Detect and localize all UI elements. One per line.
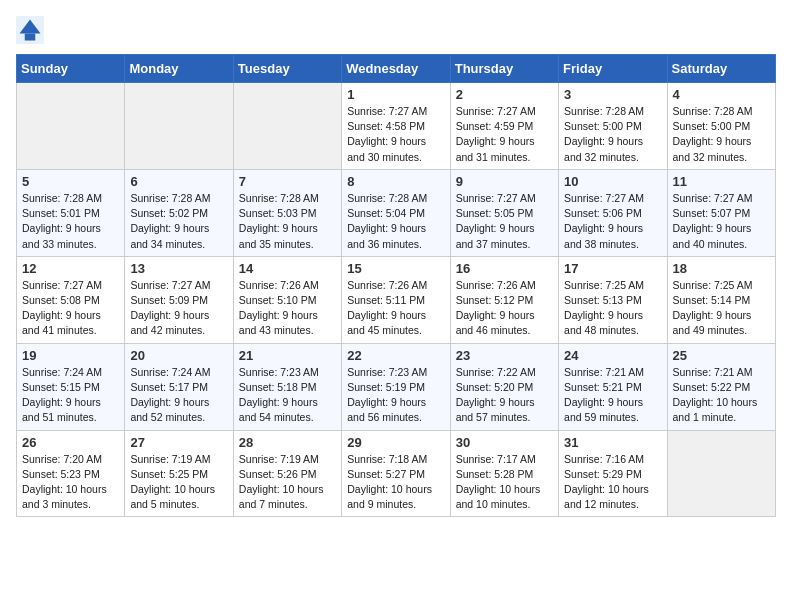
day-info: Sunrise: 7:21 AM Sunset: 5:21 PM Dayligh… xyxy=(564,365,661,426)
day-number: 20 xyxy=(130,348,227,363)
day-info: Sunrise: 7:19 AM Sunset: 5:25 PM Dayligh… xyxy=(130,452,227,513)
calendar-cell: 4Sunrise: 7:28 AM Sunset: 5:00 PM Daylig… xyxy=(667,83,775,170)
calendar-table: SundayMondayTuesdayWednesdayThursdayFrid… xyxy=(16,54,776,517)
day-number: 18 xyxy=(673,261,770,276)
day-info: Sunrise: 7:20 AM Sunset: 5:23 PM Dayligh… xyxy=(22,452,119,513)
calendar-cell: 3Sunrise: 7:28 AM Sunset: 5:00 PM Daylig… xyxy=(559,83,667,170)
calendar-cell: 8Sunrise: 7:28 AM Sunset: 5:04 PM Daylig… xyxy=(342,169,450,256)
calendar-cell: 21Sunrise: 7:23 AM Sunset: 5:18 PM Dayli… xyxy=(233,343,341,430)
calendar-cell: 25Sunrise: 7:21 AM Sunset: 5:22 PM Dayli… xyxy=(667,343,775,430)
calendar-cell: 15Sunrise: 7:26 AM Sunset: 5:11 PM Dayli… xyxy=(342,256,450,343)
calendar-cell: 19Sunrise: 7:24 AM Sunset: 5:15 PM Dayli… xyxy=(17,343,125,430)
calendar-cell: 30Sunrise: 7:17 AM Sunset: 5:28 PM Dayli… xyxy=(450,430,558,517)
calendar-cell: 1Sunrise: 7:27 AM Sunset: 4:58 PM Daylig… xyxy=(342,83,450,170)
day-info: Sunrise: 7:26 AM Sunset: 5:10 PM Dayligh… xyxy=(239,278,336,339)
calendar-cell: 26Sunrise: 7:20 AM Sunset: 5:23 PM Dayli… xyxy=(17,430,125,517)
day-info: Sunrise: 7:27 AM Sunset: 5:08 PM Dayligh… xyxy=(22,278,119,339)
day-number: 31 xyxy=(564,435,661,450)
calendar-cell: 17Sunrise: 7:25 AM Sunset: 5:13 PM Dayli… xyxy=(559,256,667,343)
day-info: Sunrise: 7:27 AM Sunset: 5:07 PM Dayligh… xyxy=(673,191,770,252)
calendar-cell: 28Sunrise: 7:19 AM Sunset: 5:26 PM Dayli… xyxy=(233,430,341,517)
day-number: 26 xyxy=(22,435,119,450)
day-info: Sunrise: 7:19 AM Sunset: 5:26 PM Dayligh… xyxy=(239,452,336,513)
day-number: 8 xyxy=(347,174,444,189)
day-number: 12 xyxy=(22,261,119,276)
day-number: 23 xyxy=(456,348,553,363)
page-header xyxy=(16,16,776,44)
day-info: Sunrise: 7:24 AM Sunset: 5:15 PM Dayligh… xyxy=(22,365,119,426)
weekday-header-saturday: Saturday xyxy=(667,55,775,83)
day-number: 28 xyxy=(239,435,336,450)
day-number: 22 xyxy=(347,348,444,363)
day-info: Sunrise: 7:28 AM Sunset: 5:00 PM Dayligh… xyxy=(673,104,770,165)
calendar-cell: 20Sunrise: 7:24 AM Sunset: 5:17 PM Dayli… xyxy=(125,343,233,430)
weekday-header-thursday: Thursday xyxy=(450,55,558,83)
day-info: Sunrise: 7:16 AM Sunset: 5:29 PM Dayligh… xyxy=(564,452,661,513)
day-number: 30 xyxy=(456,435,553,450)
calendar-cell: 7Sunrise: 7:28 AM Sunset: 5:03 PM Daylig… xyxy=(233,169,341,256)
calendar-cell xyxy=(17,83,125,170)
day-number: 25 xyxy=(673,348,770,363)
weekday-header-friday: Friday xyxy=(559,55,667,83)
day-info: Sunrise: 7:21 AM Sunset: 5:22 PM Dayligh… xyxy=(673,365,770,426)
day-info: Sunrise: 7:27 AM Sunset: 5:05 PM Dayligh… xyxy=(456,191,553,252)
calendar-cell: 9Sunrise: 7:27 AM Sunset: 5:05 PM Daylig… xyxy=(450,169,558,256)
weekday-header-sunday: Sunday xyxy=(17,55,125,83)
day-number: 19 xyxy=(22,348,119,363)
weekday-header-tuesday: Tuesday xyxy=(233,55,341,83)
calendar-week-row: 26Sunrise: 7:20 AM Sunset: 5:23 PM Dayli… xyxy=(17,430,776,517)
day-info: Sunrise: 7:23 AM Sunset: 5:18 PM Dayligh… xyxy=(239,365,336,426)
day-info: Sunrise: 7:26 AM Sunset: 5:12 PM Dayligh… xyxy=(456,278,553,339)
day-info: Sunrise: 7:27 AM Sunset: 5:06 PM Dayligh… xyxy=(564,191,661,252)
calendar-cell: 24Sunrise: 7:21 AM Sunset: 5:21 PM Dayli… xyxy=(559,343,667,430)
day-number: 29 xyxy=(347,435,444,450)
day-number: 15 xyxy=(347,261,444,276)
day-number: 14 xyxy=(239,261,336,276)
day-info: Sunrise: 7:27 AM Sunset: 5:09 PM Dayligh… xyxy=(130,278,227,339)
calendar-cell: 6Sunrise: 7:28 AM Sunset: 5:02 PM Daylig… xyxy=(125,169,233,256)
day-info: Sunrise: 7:28 AM Sunset: 5:02 PM Dayligh… xyxy=(130,191,227,252)
calendar-week-row: 12Sunrise: 7:27 AM Sunset: 5:08 PM Dayli… xyxy=(17,256,776,343)
calendar-cell: 12Sunrise: 7:27 AM Sunset: 5:08 PM Dayli… xyxy=(17,256,125,343)
day-number: 27 xyxy=(130,435,227,450)
day-number: 2 xyxy=(456,87,553,102)
day-info: Sunrise: 7:17 AM Sunset: 5:28 PM Dayligh… xyxy=(456,452,553,513)
day-info: Sunrise: 7:24 AM Sunset: 5:17 PM Dayligh… xyxy=(130,365,227,426)
calendar-cell: 16Sunrise: 7:26 AM Sunset: 5:12 PM Dayli… xyxy=(450,256,558,343)
day-info: Sunrise: 7:27 AM Sunset: 4:59 PM Dayligh… xyxy=(456,104,553,165)
day-info: Sunrise: 7:27 AM Sunset: 4:58 PM Dayligh… xyxy=(347,104,444,165)
calendar-cell: 14Sunrise: 7:26 AM Sunset: 5:10 PM Dayli… xyxy=(233,256,341,343)
calendar-cell: 10Sunrise: 7:27 AM Sunset: 5:06 PM Dayli… xyxy=(559,169,667,256)
day-info: Sunrise: 7:25 AM Sunset: 5:14 PM Dayligh… xyxy=(673,278,770,339)
logo-icon xyxy=(16,16,44,44)
day-number: 16 xyxy=(456,261,553,276)
calendar-week-row: 1Sunrise: 7:27 AM Sunset: 4:58 PM Daylig… xyxy=(17,83,776,170)
day-number: 9 xyxy=(456,174,553,189)
day-number: 3 xyxy=(564,87,661,102)
day-info: Sunrise: 7:28 AM Sunset: 5:01 PM Dayligh… xyxy=(22,191,119,252)
calendar-cell: 23Sunrise: 7:22 AM Sunset: 5:20 PM Dayli… xyxy=(450,343,558,430)
day-number: 21 xyxy=(239,348,336,363)
calendar-cell: 18Sunrise: 7:25 AM Sunset: 5:14 PM Dayli… xyxy=(667,256,775,343)
day-info: Sunrise: 7:25 AM Sunset: 5:13 PM Dayligh… xyxy=(564,278,661,339)
calendar-cell: 13Sunrise: 7:27 AM Sunset: 5:09 PM Dayli… xyxy=(125,256,233,343)
calendar-header-row: SundayMondayTuesdayWednesdayThursdayFrid… xyxy=(17,55,776,83)
day-number: 10 xyxy=(564,174,661,189)
calendar-cell: 29Sunrise: 7:18 AM Sunset: 5:27 PM Dayli… xyxy=(342,430,450,517)
weekday-header-wednesday: Wednesday xyxy=(342,55,450,83)
day-number: 13 xyxy=(130,261,227,276)
day-info: Sunrise: 7:28 AM Sunset: 5:03 PM Dayligh… xyxy=(239,191,336,252)
day-number: 6 xyxy=(130,174,227,189)
calendar-cell xyxy=(667,430,775,517)
day-number: 4 xyxy=(673,87,770,102)
calendar-cell: 2Sunrise: 7:27 AM Sunset: 4:59 PM Daylig… xyxy=(450,83,558,170)
weekday-header-monday: Monday xyxy=(125,55,233,83)
day-info: Sunrise: 7:22 AM Sunset: 5:20 PM Dayligh… xyxy=(456,365,553,426)
day-info: Sunrise: 7:23 AM Sunset: 5:19 PM Dayligh… xyxy=(347,365,444,426)
calendar-cell: 11Sunrise: 7:27 AM Sunset: 5:07 PM Dayli… xyxy=(667,169,775,256)
day-info: Sunrise: 7:26 AM Sunset: 5:11 PM Dayligh… xyxy=(347,278,444,339)
day-info: Sunrise: 7:18 AM Sunset: 5:27 PM Dayligh… xyxy=(347,452,444,513)
calendar-body: 1Sunrise: 7:27 AM Sunset: 4:58 PM Daylig… xyxy=(17,83,776,517)
day-number: 1 xyxy=(347,87,444,102)
day-number: 17 xyxy=(564,261,661,276)
